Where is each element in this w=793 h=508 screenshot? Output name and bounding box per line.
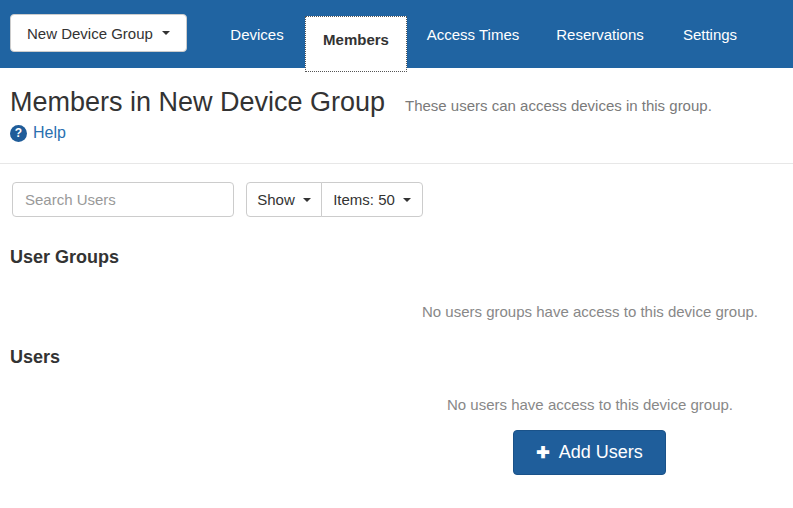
users-heading: Users [10, 347, 60, 368]
tab-reservations[interactable]: Reservations [553, 0, 647, 68]
users-empty-message: No users have access to this device grou… [385, 396, 793, 413]
show-dropdown-label: Show [257, 191, 295, 208]
tab-access-times[interactable]: Access Times [426, 0, 520, 68]
chevron-down-icon [403, 198, 411, 202]
tab-devices-label: Devices [230, 26, 283, 43]
show-dropdown-button[interactable]: Show [246, 182, 322, 217]
tab-settings-label: Settings [683, 26, 737, 43]
items-per-page-label: Items: 50 [333, 191, 395, 208]
tab-devices[interactable]: Devices [224, 0, 290, 68]
search-users-input[interactable] [12, 182, 234, 217]
chevron-down-icon [162, 31, 170, 35]
add-users-button-label: Add Users [559, 442, 643, 463]
page-title: Members in New Device Group [10, 87, 385, 118]
user-groups-heading: User Groups [10, 247, 119, 268]
question-mark-icon: ? [10, 125, 27, 142]
header-bar: New Device Group Devices Members Access … [0, 0, 793, 68]
plus-icon: ✚ [536, 443, 549, 462]
tab-reservations-label: Reservations [556, 26, 644, 43]
filter-button-group: Show Items: 50 [246, 182, 423, 217]
help-link-label: Help [33, 124, 66, 142]
device-group-dropdown-button[interactable]: New Device Group [10, 14, 187, 52]
header-divider [0, 163, 793, 164]
help-link[interactable]: ? Help [10, 124, 66, 142]
tab-members[interactable]: Members [305, 16, 407, 72]
chevron-down-icon [303, 198, 311, 202]
user-groups-empty-message: No users groups have access to this devi… [385, 303, 793, 320]
add-users-button[interactable]: ✚ Add Users [513, 430, 666, 475]
page-subtitle: These users can access devices in this g… [405, 97, 712, 114]
tab-settings[interactable]: Settings [682, 0, 738, 68]
page: New Device Group Devices Members Access … [0, 0, 793, 508]
items-per-page-dropdown-button[interactable]: Items: 50 [321, 182, 423, 217]
tab-access-times-label: Access Times [427, 26, 520, 43]
tab-members-label: Members [323, 31, 389, 48]
device-group-dropdown-label: New Device Group [27, 25, 153, 42]
